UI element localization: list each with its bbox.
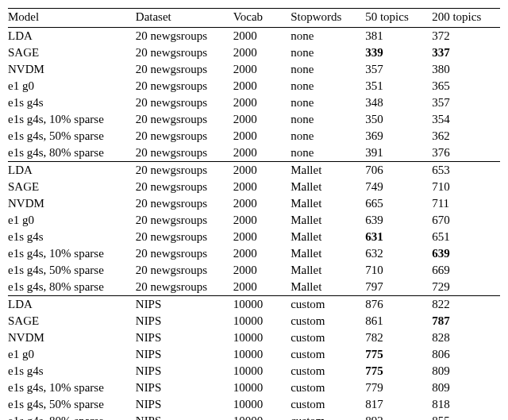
cell-50topics: 861 xyxy=(365,313,432,329)
cell-200topics: 855 xyxy=(432,413,500,420)
cell-50topics: 339 xyxy=(365,44,432,61)
cell-model: e1s g4s, 80% sparse xyxy=(8,413,136,420)
cell-model: e1s g4s xyxy=(8,229,136,245)
table-row: e1 g020 newgsroups2000none351365 xyxy=(8,78,500,94)
cell-50topics: 350 xyxy=(365,111,432,128)
cell-50topics: 892 xyxy=(365,413,432,420)
cell-200topics: 809 xyxy=(432,380,500,396)
cell-dataset: NIPS xyxy=(136,413,233,420)
cell-200topics: 354 xyxy=(432,111,500,128)
cell-stopwords: custom xyxy=(291,396,365,413)
cell-200topics: 337 xyxy=(432,44,500,61)
cell-model: e1s g4s, 80% sparse xyxy=(8,279,136,296)
cell-vocab: 2000 xyxy=(233,229,291,245)
table-row: e1s g4s, 10% sparse20 newgsroups2000none… xyxy=(8,111,500,128)
cell-model: e1s g4s, 10% sparse xyxy=(8,245,136,262)
header-200topics: 200 topics xyxy=(432,9,500,28)
cell-vocab: 10000 xyxy=(233,413,291,420)
cell-50topics: 665 xyxy=(365,195,432,212)
cell-model: NVDM xyxy=(8,195,136,212)
table-row: e1s g4s20 newgsroups2000Mallet631651 xyxy=(8,229,500,245)
cell-dataset: 20 newgsroups xyxy=(136,212,233,229)
cell-stopwords: Mallet xyxy=(291,195,365,212)
cell-stopwords: Mallet xyxy=(291,179,365,195)
cell-vocab: 2000 xyxy=(233,279,291,296)
cell-50topics: 357 xyxy=(365,61,432,78)
cell-vocab: 2000 xyxy=(233,212,291,229)
cell-stopwords: none xyxy=(291,78,365,94)
cell-vocab: 10000 xyxy=(233,380,291,396)
cell-model: SAGE xyxy=(8,313,136,329)
cell-stopwords: custom xyxy=(291,296,365,314)
cell-model: NVDM xyxy=(8,329,136,346)
cell-dataset: NIPS xyxy=(136,380,233,396)
cell-50topics: 775 xyxy=(365,363,432,380)
cell-dataset: NIPS xyxy=(136,396,233,413)
cell-stopwords: none xyxy=(291,111,365,128)
cell-50topics: 632 xyxy=(365,245,432,262)
cell-model: SAGE xyxy=(8,44,136,61)
cell-model: e1 g0 xyxy=(8,346,136,363)
cell-stopwords: none xyxy=(291,44,365,61)
cell-dataset: 20 newgsroups xyxy=(136,128,233,144)
cell-vocab: 2000 xyxy=(233,144,291,162)
cell-50topics: 749 xyxy=(365,179,432,195)
table-row: e1s g4s, 80% sparse20 newgsroups2000none… xyxy=(8,144,500,162)
cell-stopwords: custom xyxy=(291,313,365,329)
cell-200topics: 365 xyxy=(432,78,500,94)
cell-dataset: 20 newgsroups xyxy=(136,179,233,195)
cell-stopwords: custom xyxy=(291,413,365,420)
cell-200topics: 669 xyxy=(432,262,500,279)
cell-vocab: 2000 xyxy=(233,245,291,262)
table-row: e1s g4s, 80% sparseNIPS10000custom892855 xyxy=(8,413,500,420)
cell-model: e1s g4s, 10% sparse xyxy=(8,111,136,128)
cell-model: LDA xyxy=(8,296,136,314)
cell-model: e1 g0 xyxy=(8,212,136,229)
cell-stopwords: Mallet xyxy=(291,245,365,262)
cell-vocab: 10000 xyxy=(233,363,291,380)
cell-50topics: 782 xyxy=(365,329,432,346)
cell-dataset: 20 newgsroups xyxy=(136,279,233,296)
cell-dataset: 20 newgsroups xyxy=(136,94,233,111)
table-row: e1 g0NIPS10000custom775806 xyxy=(8,346,500,363)
table-row: NVDM20 newgsroups2000none357380 xyxy=(8,61,500,78)
cell-50topics: 797 xyxy=(365,279,432,296)
header-dataset: Dataset xyxy=(136,9,233,28)
cell-vocab: 2000 xyxy=(233,179,291,195)
cell-vocab: 2000 xyxy=(233,44,291,61)
header-vocab: Vocab xyxy=(233,9,291,28)
cell-stopwords: none xyxy=(291,28,365,45)
cell-dataset: 20 newgsroups xyxy=(136,28,233,45)
cell-dataset: 20 newgsroups xyxy=(136,61,233,78)
table-row: e1s g4s, 10% sparseNIPS10000custom779809 xyxy=(8,380,500,396)
cell-200topics: 380 xyxy=(432,61,500,78)
cell-vocab: 2000 xyxy=(233,262,291,279)
cell-50topics: 391 xyxy=(365,144,432,162)
cell-dataset: NIPS xyxy=(136,329,233,346)
cell-50topics: 631 xyxy=(365,229,432,245)
cell-stopwords: custom xyxy=(291,363,365,380)
cell-model: LDA xyxy=(8,28,136,45)
cell-dataset: 20 newgsroups xyxy=(136,78,233,94)
cell-model: e1s g4s, 80% sparse xyxy=(8,144,136,162)
cell-50topics: 369 xyxy=(365,128,432,144)
cell-200topics: 357 xyxy=(432,94,500,111)
cell-stopwords: Mallet xyxy=(291,162,365,179)
cell-200topics: 362 xyxy=(432,128,500,144)
cell-50topics: 779 xyxy=(365,380,432,396)
cell-stopwords: none xyxy=(291,144,365,162)
cell-50topics: 706 xyxy=(365,162,432,179)
cell-stopwords: custom xyxy=(291,329,365,346)
header-stopwords: Stopwords xyxy=(291,9,365,28)
cell-dataset: NIPS xyxy=(136,363,233,380)
cell-model: e1 g0 xyxy=(8,78,136,94)
cell-200topics: 651 xyxy=(432,229,500,245)
cell-200topics: 710 xyxy=(432,179,500,195)
cell-200topics: 653 xyxy=(432,162,500,179)
table-row: SAGENIPS10000custom861787 xyxy=(8,313,500,329)
cell-vocab: 10000 xyxy=(233,396,291,413)
cell-200topics: 711 xyxy=(432,195,500,212)
cell-dataset: 20 newgsroups xyxy=(136,262,233,279)
cell-model: e1s g4s, 50% sparse xyxy=(8,128,136,144)
cell-50topics: 381 xyxy=(365,28,432,45)
